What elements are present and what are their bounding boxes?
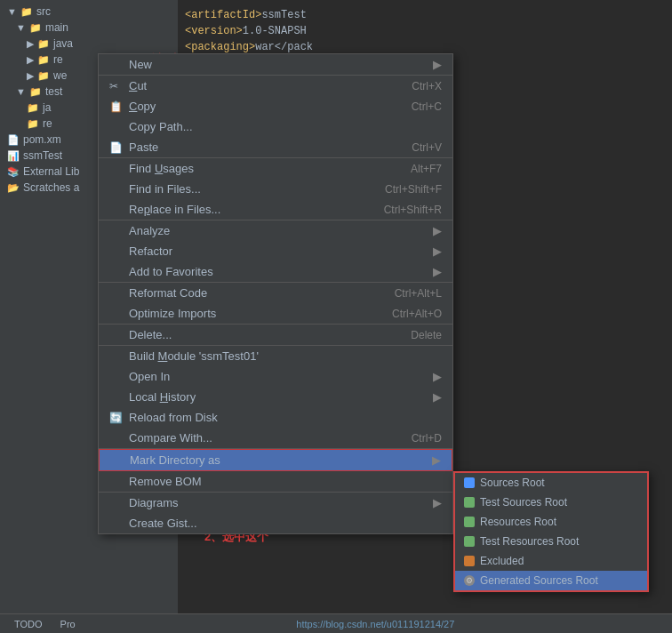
sidebar-label: re — [43, 117, 52, 130]
menu-item-copy[interactable]: 📋 Copy Ctrl+C — [99, 96, 452, 116]
folder-icon: 📁 — [27, 118, 39, 130]
menu-item-local-history[interactable]: Local History ▶ — [99, 387, 452, 407]
menu-item-replace[interactable]: Replace in Files... Ctrl+Shift+R — [99, 199, 452, 220]
excluded-icon — [464, 556, 475, 566]
menu-item-mark-directory[interactable]: Mark Directory as ▶ — [99, 449, 452, 471]
shortcut: Alt+F7 — [411, 163, 442, 175]
menu-item-compare[interactable]: Compare With... Ctrl+D — [99, 428, 452, 449]
copy-icon: 📋 — [109, 100, 124, 113]
menu-item-build[interactable]: Build Module 'ssmTest01' — [99, 346, 452, 366]
generated-sources-icon: ⚙ — [464, 575, 475, 586]
submenu-arrow: ▶ — [432, 453, 441, 467]
submenu-label: Generated Sources Root — [480, 574, 598, 587]
submenu-item-generated-sources[interactable]: ⚙ Generated Sources Root — [455, 571, 647, 590]
sidebar-label: test — [45, 85, 62, 98]
sidebar-label: re — [53, 53, 63, 66]
menu-item-find-usages[interactable]: Find Usages Alt+F7 — [99, 158, 452, 179]
expand-icon: ▶ — [27, 54, 34, 66]
submenu-arrow: ▶ — [433, 265, 442, 278]
folder-icon: 📁 — [29, 22, 42, 34]
menu-label: Mark Directory as — [130, 453, 425, 467]
menu-label: Open In — [129, 370, 426, 383]
status-tab-pro[interactable]: Pro — [53, 617, 83, 631]
xml-icon: 📄 — [7, 134, 20, 146]
menu-label: Optimize Imports — [129, 307, 374, 320]
shortcut: Ctrl+Alt+L — [395, 287, 442, 300]
shortcut: Delete — [411, 329, 442, 341]
menu-label: New — [129, 58, 426, 71]
menu-item-new[interactable]: New ▶ — [99, 54, 452, 76]
submenu-item-excluded[interactable]: Excluded — [455, 551, 647, 571]
code-line: <version>1.0-SNAPSH — [185, 23, 665, 39]
submenu-arrow: ▶ — [433, 244, 442, 258]
submenu-label: Test Resources Root — [480, 535, 579, 548]
shortcut: Ctrl+V — [412, 141, 442, 154]
folder-icon: 📁 — [37, 54, 50, 66]
sidebar-label: src — [36, 5, 51, 18]
sidebar-item-src[interactable]: ▼ 📁 src — [0, 4, 178, 20]
menu-label: Copy Path... — [129, 120, 442, 133]
submenu-label: Test Sources Root — [480, 496, 567, 509]
menu-item-refactor[interactable]: Refactor ▶ — [99, 241, 452, 261]
sidebar-item-main[interactable]: ▼ 📁 main — [0, 20, 178, 36]
submenu-item-sources[interactable]: Sources Root — [455, 473, 647, 493]
menu-item-delete[interactable]: Delete... Delete — [99, 325, 452, 346]
menu-label: Analyze — [129, 224, 426, 237]
menu-label: Reformat Code — [129, 286, 377, 300]
shortcut: Ctrl+Shift+R — [384, 204, 442, 216]
expand-icon: ▼ — [16, 22, 26, 33]
sidebar-label: External Lib — [23, 165, 79, 178]
url-display: https://blog.csdn.net/u011191214/27 — [86, 619, 665, 629]
menu-item-diagrams[interactable]: Diagrams ▶ — [99, 493, 452, 513]
submenu-item-test-resources[interactable]: Test Resources Root — [455, 532, 647, 551]
menu-item-reformat[interactable]: Reformat Code Ctrl+Alt+L — [99, 283, 452, 303]
menu-label: Add to Favorites — [129, 265, 426, 278]
status-bar: TODO Pro https://blog.csdn.net/u01119121… — [0, 613, 672, 633]
reload-icon: 🔄 — [109, 412, 124, 424]
paste-icon: 📄 — [109, 141, 124, 154]
menu-label: Refactor — [129, 244, 426, 258]
menu-item-paste[interactable]: 📄 Paste Ctrl+V — [99, 137, 452, 158]
menu-item-create-gist[interactable]: Create Gist... — [99, 513, 452, 533]
menu-label: Replace in Files... — [129, 203, 366, 216]
menu-item-optimize[interactable]: Optimize Imports Ctrl+Alt+O — [99, 303, 452, 325]
menu-item-open-in[interactable]: Open In ▶ — [99, 366, 452, 387]
sidebar-item-java[interactable]: ▶ 📁 java — [0, 36, 178, 52]
sidebar-label: ssmTest — [23, 149, 62, 162]
sources-root-icon — [464, 477, 475, 488]
menu-item-find-files[interactable]: Find in Files... Ctrl+Shift+F — [99, 179, 452, 199]
menu-item-favorites[interactable]: Add to Favorites ▶ — [99, 261, 452, 283]
scratches-icon: 📂 — [7, 182, 20, 194]
mark-directory-submenu: Sources Root Test Sources Root Resources… — [453, 471, 649, 592]
submenu-item-resources[interactable]: Resources Root — [455, 512, 647, 532]
sidebar-label: pom.xm — [23, 133, 61, 146]
menu-label: Find in Files... — [129, 182, 367, 196]
sidebar-label: we — [53, 69, 67, 82]
shortcut: Ctrl+Alt+O — [392, 308, 442, 320]
submenu-item-test-sources[interactable]: Test Sources Root — [455, 493, 647, 512]
menu-item-cut[interactable]: ✂ Cut Ctrl+X — [99, 76, 452, 96]
status-tab-todo[interactable]: TODO — [7, 617, 50, 631]
menu-item-remove-bom[interactable]: Remove BOM — [99, 471, 452, 493]
external-icon: 📚 — [7, 166, 20, 178]
submenu-label: Sources Root — [480, 477, 545, 489]
menu-label: Create Gist... — [129, 517, 442, 530]
shortcut: Ctrl+C — [412, 100, 442, 113]
sidebar-label: Scratches a — [23, 181, 79, 194]
expand-icon: ▶ — [27, 70, 34, 82]
menu-item-copy-path[interactable]: Copy Path... — [99, 116, 452, 137]
shortcut: Ctrl+D — [412, 432, 442, 445]
shortcut: Ctrl+X — [412, 80, 442, 92]
menu-item-analyze[interactable]: Analyze ▶ — [99, 220, 452, 241]
menu-label: Compare With... — [129, 431, 394, 445]
folder-icon: 📁 — [37, 38, 50, 50]
menu-label: Find Usages — [129, 162, 393, 175]
menu-item-reload[interactable]: 🔄 Reload from Disk — [99, 407, 452, 428]
code-line: <artifactId>ssmTest — [185, 7, 665, 23]
menu-label: Paste — [129, 140, 394, 154]
file-icon: 📊 — [7, 150, 20, 162]
resources-icon — [464, 517, 475, 527]
menu-label: Diagrams — [129, 496, 426, 509]
submenu-label: Resources Root — [480, 516, 556, 528]
test-sources-icon — [464, 497, 475, 508]
